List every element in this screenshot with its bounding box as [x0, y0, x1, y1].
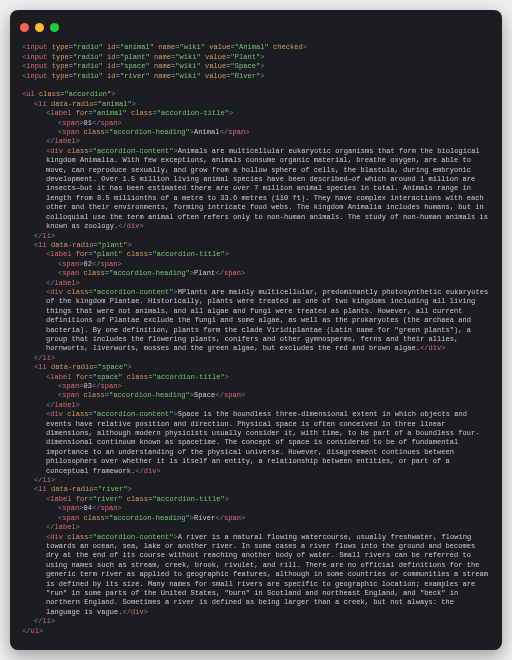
- code-line: </label>: [22, 279, 490, 288]
- code-line: <span>03</span>: [22, 382, 490, 391]
- code-view: <input type="radio" id="animal" name="wi…: [22, 34, 490, 640]
- window-titlebar: [10, 10, 502, 36]
- code-line: <span>04</span>: [22, 504, 490, 513]
- code-line: <label for="animal" class="accordion-tit…: [22, 109, 490, 118]
- code-line: <span class="accordion-heading">Plant</s…: [22, 269, 490, 278]
- code-line: <li data-radio="animal">: [22, 100, 490, 109]
- code-line: <div class="accordion-content">MPlants a…: [22, 288, 490, 354]
- code-line: <div class="accordion-content">Space is …: [22, 410, 490, 476]
- code-line: <span>01</span>: [22, 119, 490, 128]
- code-line: <input type="radio" id="animal" name="wi…: [22, 43, 490, 52]
- code-line: </li>: [22, 617, 490, 626]
- code-line: <span class="accordion-heading">Animal</…: [22, 128, 490, 137]
- code-line: <input type="radio" id="space" name="wik…: [22, 62, 490, 71]
- code-line: <input type="radio" id="river" name="wik…: [22, 72, 490, 81]
- code-line: <li data-radio="plant">: [22, 241, 490, 250]
- code-line: <input type="radio" id="plant" name="wik…: [22, 53, 490, 62]
- code-line: </label>: [22, 401, 490, 410]
- code-line: <span class="accordion-heading">River</s…: [22, 514, 490, 523]
- code-line: <li data-radio="river">: [22, 485, 490, 494]
- code-line: </label>: [22, 523, 490, 532]
- code-line: </li>: [22, 354, 490, 363]
- code-line: <div class="accordion-content">A river i…: [22, 533, 490, 618]
- code-line: </label>: [22, 137, 490, 146]
- code-line: <label for="space" class="accordion-titl…: [22, 373, 490, 382]
- code-line: </li>: [22, 232, 490, 241]
- code-line: <ul class="accordion">: [22, 90, 490, 99]
- code-line: <label for="river" class="accordion-titl…: [22, 495, 490, 504]
- code-editor-window: <input type="radio" id="animal" name="wi…: [10, 10, 502, 650]
- code-line: <li data-radio="space">: [22, 363, 490, 372]
- zoom-icon[interactable]: [50, 23, 59, 32]
- minimize-icon[interactable]: [35, 23, 44, 32]
- code-line: </ul>: [22, 627, 490, 636]
- close-icon[interactable]: [20, 23, 29, 32]
- code-line: <span class="accordion-heading">Space</s…: [22, 391, 490, 400]
- code-line: <label for="plant" class="accordion-titl…: [22, 250, 490, 259]
- code-line: </li>: [22, 476, 490, 485]
- code-line: <span>02</span>: [22, 260, 490, 269]
- code-line: <div class="accordion-content">Animals a…: [22, 147, 490, 232]
